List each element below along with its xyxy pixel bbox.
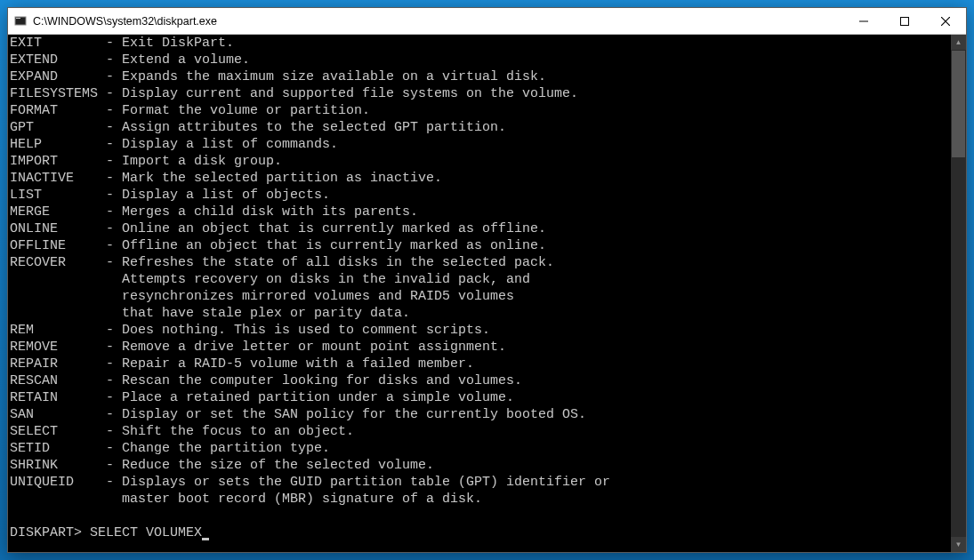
command-desc: Offline an object that is currently mark… [122, 237, 546, 254]
help-line: REM - Does nothing. This is used to comm… [10, 322, 949, 339]
command-desc-continued: resynchronizes mirrored volumes and RAID… [10, 288, 949, 305]
help-line: HELP - Display a list of commands. [10, 136, 949, 153]
help-line: ONLINE - Online an object that is curren… [10, 220, 949, 237]
help-line: SELECT - Shift the focus to an object. [10, 423, 949, 440]
svg-rect-1 [16, 18, 20, 19]
help-line: FILESYSTEMS - Display current and suppor… [10, 85, 949, 102]
prompt-label: DISKPART> [10, 524, 90, 541]
command-desc: Displays or sets the GUID partition tabl… [122, 474, 610, 491]
titlebar[interactable]: C:\WINDOWS\system32\diskpart.exe [8, 8, 966, 35]
command-name: EXPAND [10, 68, 106, 85]
help-line: REMOVE - Remove a drive letter or mount … [10, 339, 949, 356]
command-desc: Import a disk group. [122, 153, 282, 170]
app-icon [13, 14, 28, 28]
command-name: REPAIR [10, 356, 106, 372]
command-desc: Does nothing. This is used to comment sc… [122, 322, 490, 339]
svg-rect-3 [901, 17, 909, 25]
command-name: REMOVE [10, 339, 106, 356]
command-name: EXTEND [10, 52, 106, 68]
command-desc: Display current and supported file syste… [122, 85, 578, 102]
command-desc: Exit DiskPart. [122, 35, 234, 52]
command-desc: Shift the focus to an object. [122, 423, 354, 440]
command-desc: Merges a child disk with its parents. [122, 204, 418, 220]
command-desc: Display a list of objects. [122, 187, 330, 204]
command-name: RECOVER [10, 254, 106, 271]
help-line: MERGE - Merges a child disk with its par… [10, 204, 949, 220]
command-name: RESCAN [10, 372, 106, 389]
command-desc: Repair a RAID-5 volume with a failed mem… [122, 356, 474, 372]
help-line: EXTEND - Extend a volume. [10, 52, 949, 68]
help-line: RETAIN - Place a retained partition unde… [10, 389, 949, 406]
command-name: RETAIN [10, 389, 106, 406]
command-name: FILESYSTEMS [10, 85, 106, 102]
command-desc: Refreshes the state of all disks in the … [122, 254, 554, 271]
command-name: ONLINE [10, 220, 106, 237]
command-desc: Assign attributes to the selected GPT pa… [122, 119, 506, 136]
help-line: EXIT - Exit DiskPart. [10, 35, 949, 52]
command-name: EXIT [10, 35, 106, 52]
minimize-button[interactable] [843, 8, 884, 35]
prompt-line[interactable]: DISKPART> SELECT VOLUMEX [10, 524, 949, 541]
command-desc: Extend a volume. [122, 52, 250, 68]
help-line: SAN - Display or set the SAN policy for … [10, 406, 949, 423]
command-name: UNIQUEID [10, 474, 106, 491]
help-line: SETID - Change the partition type. [10, 440, 949, 457]
app-window: C:\WINDOWS\system32\diskpart.exe EXIT - … [7, 7, 967, 553]
command-desc: Format the volume or partition. [122, 102, 370, 119]
help-line: IMPORT - Import a disk group. [10, 153, 949, 170]
command-desc-continued: that have stale plex or parity data. [10, 305, 949, 322]
console-output[interactable]: EXIT - Exit DiskPart.EXTEND - Extend a v… [8, 35, 951, 552]
help-line: OFFLINE - Offline an object that is curr… [10, 237, 949, 254]
command-name: IMPORT [10, 153, 106, 170]
command-desc: Online an object that is currently marke… [122, 220, 546, 237]
help-line: REPAIR - Repair a RAID-5 volume with a f… [10, 356, 949, 372]
command-name: SHRINK [10, 457, 106, 474]
command-desc: Place a retained partition under a simpl… [122, 389, 514, 406]
command-desc: Display or set the SAN policy for the cu… [122, 406, 586, 423]
scroll-thumb[interactable] [952, 51, 965, 157]
command-desc: Expands the maximum size available on a … [122, 68, 546, 85]
window-title: C:\WINDOWS\system32\diskpart.exe [33, 15, 217, 28]
command-name: MERGE [10, 204, 106, 220]
help-line: RESCAN - Rescan the computer looking for… [10, 372, 949, 389]
command-name: INACTIVE [10, 170, 106, 187]
command-desc: Rescan the computer looking for disks an… [122, 372, 522, 389]
command-desc: Display a list of commands. [122, 136, 338, 153]
help-line: UNIQUEID - Displays or sets the GUID par… [10, 474, 949, 491]
text-cursor [202, 538, 209, 540]
command-name: FORMAT [10, 102, 106, 119]
command-desc: Mark the selected partition as inactive. [122, 170, 442, 187]
command-name: SETID [10, 440, 106, 457]
console-area: EXIT - Exit DiskPart.EXTEND - Extend a v… [8, 35, 966, 552]
maximize-button[interactable] [884, 8, 925, 35]
command-desc-continued: Attempts recovery on disks in the invali… [10, 271, 949, 288]
command-name: REM [10, 322, 106, 339]
command-name: GPT [10, 119, 106, 136]
command-name: LIST [10, 187, 106, 204]
command-desc: Remove a drive letter or mount point ass… [122, 339, 506, 356]
command-name: SAN [10, 406, 106, 423]
help-line: FORMAT - Format the volume or partition. [10, 102, 949, 119]
prompt-input[interactable]: SELECT VOLUMEX [90, 524, 202, 541]
command-name: SELECT [10, 423, 106, 440]
scroll-down-button[interactable]: ▼ [951, 537, 966, 552]
command-desc-continued: master boot record (MBR) signature of a … [10, 491, 949, 508]
help-line: LIST - Display a list of objects. [10, 187, 949, 204]
help-line: SHRINK - Reduce the size of the selected… [10, 457, 949, 474]
command-name: HELP [10, 136, 106, 153]
command-desc: Reduce the size of the selected volume. [122, 457, 434, 474]
help-line: RECOVER - Refreshes the state of all dis… [10, 254, 949, 271]
help-line: INACTIVE - Mark the selected partition a… [10, 170, 949, 187]
help-line: GPT - Assign attributes to the selected … [10, 119, 949, 136]
close-button[interactable] [925, 8, 966, 35]
command-name: OFFLINE [10, 237, 106, 254]
vertical-scrollbar[interactable]: ▲ ▼ [951, 35, 966, 552]
command-desc: Change the partition type. [122, 440, 330, 457]
help-line: EXPAND - Expands the maximum size availa… [10, 68, 949, 85]
scroll-up-button[interactable]: ▲ [951, 35, 966, 50]
